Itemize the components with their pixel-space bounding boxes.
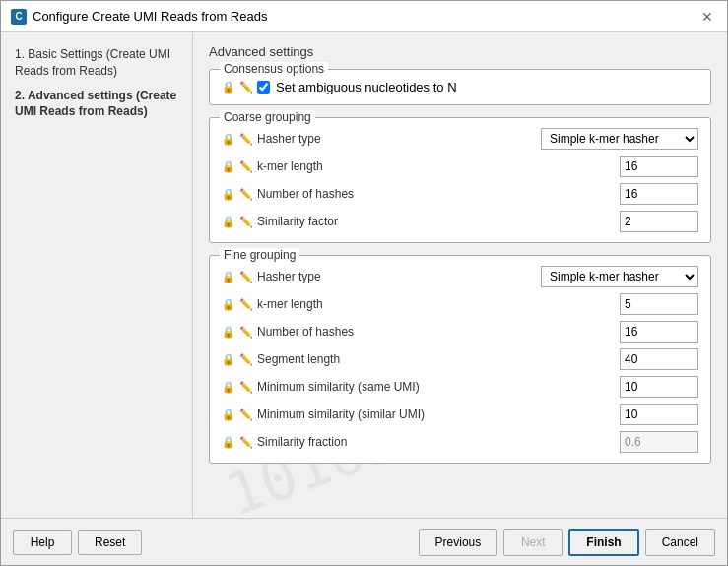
lock-icon-c4: 🔒	[222, 215, 235, 228]
footer-right: Previous Next Finish Cancel	[419, 529, 715, 556]
edit-icon-consensus[interactable]: ✏️	[239, 81, 253, 94]
sidebar: 1. Basic Settings (Create UMI Reads from…	[1, 32, 193, 518]
fine-minsim-similar-label: Minimum similarity (similar UMI)	[257, 408, 616, 421]
edit-icon-f7[interactable]: ✏️	[239, 435, 253, 449]
previous-button[interactable]: Previous	[419, 529, 498, 556]
lock-icon-c1: 🔒	[222, 132, 235, 146]
fine-kmer-row: 🔒 ✏️ k-mer length	[222, 293, 698, 315]
title-bar: C Configure Create UMI Reads from Reads …	[1, 1, 727, 32]
help-button[interactable]: Help	[13, 530, 72, 555]
coarse-hashes-row: 🔒 ✏️ Number of hashes	[222, 183, 698, 205]
coarse-group: Coarse grouping 🔒 ✏️ Hasher type Simple …	[209, 117, 711, 243]
title-icon: C	[11, 9, 27, 25]
fine-kmer-label: k-mer length	[257, 297, 616, 311]
fine-minsim-same-input[interactable]	[620, 376, 698, 398]
dialog: C Configure Create UMI Reads from Reads …	[0, 0, 728, 566]
lock-icon-f4: 🔒	[222, 352, 235, 366]
coarse-similarity-label: Similarity factor	[257, 215, 616, 228]
fine-hashes-label: Number of hashes	[257, 325, 616, 339]
lock-icon-f7: 🔒	[222, 435, 235, 449]
finish-button[interactable]: Finish	[568, 529, 638, 556]
coarse-hashes-input[interactable]	[620, 183, 698, 205]
footer: Help Reset Previous Next Finish Cancel	[1, 518, 727, 565]
fine-simfrac-input[interactable]	[620, 431, 698, 453]
coarse-kmer-input[interactable]	[620, 156, 698, 177]
consensus-group: Consensus options 🔒 ✏️ Set ambiguous nuc…	[209, 69, 711, 105]
content-area: 1. Basic Settings (Create UMI Reads from…	[1, 32, 727, 518]
lock-icon-c2: 🔒	[222, 159, 235, 173]
sidebar-item-advanced[interactable]: 2. Advanced settings (Create UMI Reads f…	[9, 84, 184, 125]
fine-group: Fine grouping 🔒 ✏️ Hasher type Simple k-…	[209, 255, 711, 464]
lock-icon-consensus: 🔒	[222, 81, 235, 94]
dialog-title: Configure Create UMI Reads from Reads	[33, 9, 267, 24]
coarse-similarity-input[interactable]	[620, 211, 698, 232]
fine-group-label: Fine grouping	[220, 248, 299, 262]
edit-icon-f6[interactable]: ✏️	[239, 408, 253, 421]
fine-kmer-input[interactable]	[620, 293, 698, 315]
lock-icon-f1: 🔒	[222, 270, 235, 283]
coarse-hasher-row: 🔒 ✏️ Hasher type Simple k-mer hasher	[222, 128, 698, 150]
fine-minsim-same-row: 🔒 ✏️ Minimum similarity (same UMI)	[222, 376, 698, 398]
next-button[interactable]: Next	[503, 529, 563, 556]
edit-icon-c4[interactable]: ✏️	[239, 215, 253, 228]
coarse-hasher-select[interactable]: Simple k-mer hasher	[541, 128, 698, 150]
coarse-hashes-label: Number of hashes	[257, 187, 616, 201]
fine-hasher-select[interactable]: Simple k-mer hasher	[541, 266, 698, 287]
edit-icon-c2[interactable]: ✏️	[239, 159, 253, 173]
lock-icon-c3: 🔒	[222, 187, 235, 201]
fine-simfrac-label: Similarity fraction	[257, 435, 616, 449]
fine-minsim-similar-row: 🔒 ✏️ Minimum similarity (similar UMI)	[222, 404, 698, 425]
fine-minsim-similar-input[interactable]	[620, 404, 698, 425]
fine-hashes-input[interactable]	[620, 321, 698, 343]
ambiguous-checkbox[interactable]	[257, 81, 270, 94]
fine-hasher-label: Hasher type	[257, 270, 537, 283]
fine-segment-input[interactable]	[620, 348, 698, 370]
coarse-kmer-row: 🔒 ✏️ k-mer length	[222, 156, 698, 177]
coarse-kmer-label: k-mer length	[257, 159, 616, 173]
fine-segment-row: 🔒 ✏️ Segment length	[222, 348, 698, 370]
coarse-hasher-label: Hasher type	[257, 132, 537, 146]
consensus-row: 🔒 ✏️ Set ambiguous nucleotides to N	[222, 80, 698, 94]
panel-title: Advanced settings	[209, 44, 711, 59]
close-button[interactable]: ✕	[697, 7, 717, 27]
fine-minsim-same-label: Minimum similarity (same UMI)	[257, 380, 616, 394]
edit-icon-c1[interactable]: ✏️	[239, 132, 253, 146]
edit-icon-f3[interactable]: ✏️	[239, 325, 253, 339]
fine-hasher-row: 🔒 ✏️ Hasher type Simple k-mer hasher	[222, 266, 698, 287]
cancel-button[interactable]: Cancel	[645, 529, 715, 556]
lock-icon-f6: 🔒	[222, 408, 235, 421]
edit-icon-c3[interactable]: ✏️	[239, 187, 253, 201]
edit-icon-f1[interactable]: ✏️	[239, 270, 253, 283]
footer-left: Help Reset	[13, 530, 142, 555]
coarse-group-label: Coarse grouping	[220, 110, 315, 124]
lock-icon-f5: 🔒	[222, 380, 235, 394]
fine-hashes-row: 🔒 ✏️ Number of hashes	[222, 321, 698, 343]
lock-icon-f2: 🔒	[222, 297, 235, 311]
consensus-group-label: Consensus options	[220, 62, 328, 76]
edit-icon-f4[interactable]: ✏️	[239, 352, 253, 366]
fine-segment-label: Segment length	[257, 352, 616, 366]
ambiguous-label: Set ambiguous nucleotides to N	[276, 80, 457, 94]
sidebar-item-basic[interactable]: 1. Basic Settings (Create UMI Reads from…	[9, 42, 184, 84]
edit-icon-f5[interactable]: ✏️	[239, 380, 253, 394]
edit-icon-f2[interactable]: ✏️	[239, 297, 253, 311]
lock-icon-f3: 🔒	[222, 325, 235, 339]
reset-button[interactable]: Reset	[78, 530, 142, 555]
main-panel: 0101010101 Advanced settings Consensus o…	[193, 32, 727, 518]
coarse-similarity-row: 🔒 ✏️ Similarity factor	[222, 211, 698, 232]
fine-simfrac-row: 🔒 ✏️ Similarity fraction	[222, 431, 698, 453]
